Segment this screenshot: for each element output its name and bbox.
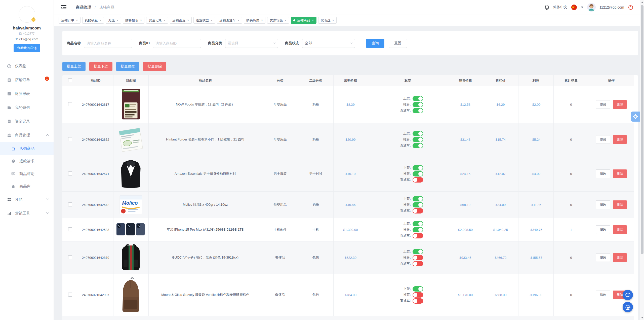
product-status-select[interactable]: 全部 — [302, 39, 355, 48]
sidebar-item-wallet[interactable]: 我的钱包 — [0, 101, 54, 115]
close-tab-icon[interactable]: × — [211, 18, 213, 22]
scrollbar-thumb[interactable] — [641, 5, 643, 254]
tab-11[interactable]: 仪表盘× — [318, 17, 337, 24]
delete-button[interactable]: 删除 — [613, 253, 627, 262]
toggle-recommended[interactable] — [413, 102, 423, 107]
sidebar-item-product-comments[interactable]: 商品评论 — [0, 167, 54, 180]
toggle-through-train[interactable] — [413, 233, 423, 238]
delete-button[interactable]: 删除 — [613, 225, 627, 234]
toggle-listed[interactable] — [413, 249, 423, 254]
close-tab-icon[interactable]: × — [164, 18, 166, 22]
sidebar-item-marketing-tools[interactable]: 营销工具 — [0, 206, 54, 220]
toggle-recommended[interactable] — [413, 171, 423, 176]
edit-button[interactable]: 修改 — [596, 253, 610, 262]
product-name-input[interactable] — [84, 39, 132, 48]
tab-8[interactable]: 购买历史× — [244, 17, 266, 24]
delete-button[interactable]: 删除 — [613, 100, 627, 109]
close-tab-icon[interactable]: × — [76, 18, 78, 22]
close-tab-icon[interactable]: × — [187, 18, 189, 22]
toggle-through-train[interactable] — [413, 298, 423, 304]
toggle-recommended[interactable] — [413, 202, 423, 207]
sidebar-item-orders[interactable]: 店铺订单 1 — [0, 73, 54, 87]
tab-4[interactable]: 资金记录× — [146, 17, 168, 24]
tab-9[interactable]: 卖家等级× — [267, 17, 289, 24]
language-caret-icon[interactable] — [581, 7, 583, 8]
close-tab-icon[interactable]: × — [312, 18, 314, 22]
row-checkbox[interactable] — [68, 102, 72, 106]
scrollbar[interactable] — [640, 0, 644, 320]
tab-3[interactable]: 财务报表× — [123, 17, 145, 24]
query-button[interactable]: 查询 — [366, 39, 384, 48]
tab-active[interactable]: 店铺商品× — [291, 17, 316, 24]
close-tab-icon[interactable]: × — [285, 18, 287, 22]
sidebar-item-product-management[interactable]: 商品管理 — [0, 128, 54, 142]
edit-button[interactable]: 修改 — [596, 200, 610, 209]
notification-bell-icon[interactable] — [544, 5, 549, 10]
tab-1[interactable]: 我的钱包× — [82, 17, 104, 24]
toggle-recommended[interactable] — [413, 292, 423, 298]
china-flag-icon[interactable] — [571, 4, 577, 10]
view-shop-button[interactable]: 查看我的店铺 — [14, 44, 40, 52]
edit-button[interactable]: 修改 — [596, 135, 610, 144]
sidebar-item-shop-products[interactable]: 店铺商品 — [0, 142, 54, 155]
edit-button[interactable]: 修改 — [596, 225, 610, 234]
close-tab-icon[interactable]: × — [116, 18, 118, 22]
close-tab-icon[interactable]: × — [237, 18, 239, 22]
row-checkbox[interactable] — [68, 202, 72, 206]
close-tab-icon[interactable]: × — [261, 18, 263, 22]
delete-button[interactable]: 删除 — [613, 200, 627, 209]
tab-7[interactable]: 店铺直通车× — [217, 17, 242, 24]
account-avatar[interactable] — [587, 3, 596, 12]
logout-power-icon[interactable] — [628, 5, 633, 10]
product-category-select[interactable]: 请选择 — [225, 39, 278, 48]
toggle-through-train[interactable] — [413, 108, 423, 113]
edit-button[interactable]: 修改 — [596, 100, 610, 109]
row-checkbox[interactable] — [68, 137, 72, 141]
sidebar-item-refund-requests[interactable]: 退款请求 — [0, 155, 54, 167]
toggle-through-train[interactable] — [413, 143, 423, 148]
batch-button-1[interactable]: 批量下架 — [89, 62, 112, 71]
toggle-through-train[interactable] — [413, 261, 423, 266]
row-checkbox[interactable] — [68, 227, 72, 231]
toggle-listed[interactable] — [413, 131, 423, 136]
toggle-listed[interactable] — [413, 221, 423, 226]
tab-6[interactable]: 创业联盟× — [193, 17, 215, 24]
account-email[interactable]: 11212@qq.com — [599, 5, 624, 9]
close-tab-icon[interactable]: × — [140, 18, 142, 22]
row-checkbox[interactable] — [68, 171, 72, 175]
delete-button[interactable]: 删除 — [613, 169, 627, 178]
menu-fold-icon[interactable] — [61, 5, 66, 10]
toggle-listed[interactable] — [413, 165, 423, 170]
tab-0[interactable]: 店铺订单× — [59, 17, 80, 24]
tab-2[interactable]: 充值× — [106, 17, 121, 24]
toggle-recommended[interactable] — [413, 255, 423, 260]
scroll-down-icon[interactable] — [641, 317, 643, 318]
edit-button[interactable]: 修改 — [596, 291, 610, 299]
toggle-through-train[interactable] — [413, 177, 423, 183]
batch-button-3[interactable]: 批量删除 — [143, 62, 166, 71]
delete-button[interactable]: 删除 — [613, 135, 627, 144]
product-id-input[interactable] — [153, 39, 201, 48]
sidebar-item-finance-report[interactable]: 财务报表 — [0, 87, 54, 101]
toggle-listed[interactable] — [413, 286, 423, 292]
sidebar-item-dashboard[interactable]: 仪表盘 — [0, 59, 54, 73]
toggle-recommended[interactable] — [413, 227, 423, 232]
toggle-listed[interactable] — [413, 96, 423, 101]
scroll-up-icon[interactable] — [641, 2, 643, 3]
reset-button[interactable]: 重置 — [389, 39, 407, 48]
chat-bubble-button[interactable] — [623, 290, 633, 300]
customer-service-button[interactable] — [623, 302, 633, 312]
sidebar-item-product-library[interactable]: 商品库 — [0, 180, 54, 193]
edit-button[interactable]: 修改 — [596, 169, 610, 178]
close-tab-icon[interactable]: × — [332, 18, 334, 22]
sidebar-item-other[interactable]: 其他 — [0, 193, 54, 206]
batch-button-0[interactable]: 批量上架 — [62, 62, 86, 71]
select-all-checkbox[interactable] — [68, 78, 72, 82]
theme-settings-tab[interactable] — [631, 112, 640, 122]
language-label[interactable]: 简体中文 — [553, 5, 567, 10]
tab-5[interactable]: 店铺设置× — [170, 17, 192, 24]
toggle-listed[interactable] — [413, 196, 423, 201]
batch-button-2[interactable]: 批量修改 — [116, 62, 139, 71]
row-checkbox[interactable] — [68, 293, 72, 297]
toggle-through-train[interactable] — [413, 208, 423, 214]
